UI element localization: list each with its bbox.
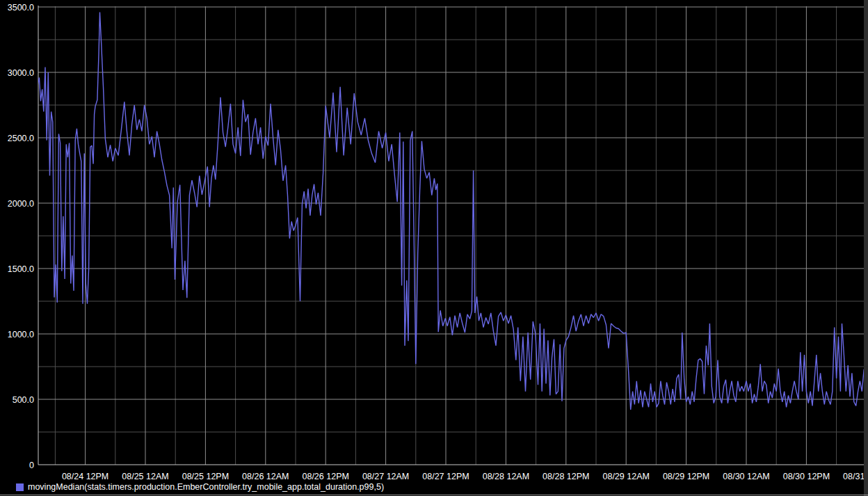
y-tick-label: 2500.0 [8, 134, 34, 143]
x-tick-label: 08/25 12PM [182, 472, 229, 481]
chart-canvas: 0500.01000.01500.02000.02500.03000.03500… [0, 0, 868, 496]
series-line [36, 13, 868, 410]
x-tick-label: 08/27 12AM [362, 472, 409, 481]
x-tick-label: 08/26 12AM [242, 472, 289, 481]
x-tick-label: 08/26 12PM [302, 472, 348, 481]
x-tick-label: 08/29 12AM [602, 472, 649, 481]
y-tick-label: 3500.0 [8, 3, 34, 13]
x-tick-label: 08/28 12AM [483, 472, 529, 481]
legend-label: movingMedian(stats.timers.production.Emb… [28, 483, 384, 492]
x-tick-label: 08/24 12PM [62, 472, 108, 481]
window-bottom-border [0, 495, 868, 495]
y-tick-label: 500.0 [13, 395, 34, 405]
axes [38, 6, 868, 465]
legend: movingMedian(stats.timers.production.Emb… [16, 482, 384, 492]
right-edge-strip [864, 0, 868, 496]
legend-swatch [16, 483, 24, 491]
y-axis-labels: 0500.01000.01500.02000.02500.03000.03500… [8, 3, 34, 470]
x-tick-label: 08/27 12PM [422, 472, 469, 481]
y-tick-label: 3000.0 [8, 68, 34, 78]
graphite-graph: 0500.01000.01500.02000.02500.03000.03500… [0, 0, 868, 496]
y-tick-label: 2000.0 [8, 199, 34, 209]
x-tick-label: 08/30 12PM [783, 472, 830, 481]
y-tick-label: 0 [29, 461, 34, 470]
x-tick-label: 08/30 12AM [723, 472, 769, 481]
y-tick-label: 1000.0 [8, 330, 34, 339]
x-tick-label: 08/25 12AM [122, 472, 168, 481]
x-tick-label: 08/28 12PM [542, 472, 589, 481]
grid-minor [38, 6, 868, 465]
x-axis-labels: 08/24 12PM08/25 12AM08/25 12PM08/26 12AM… [62, 472, 868, 481]
x-tick-label: 08/29 12PM [663, 472, 709, 481]
y-tick-label: 1500.0 [8, 264, 34, 274]
